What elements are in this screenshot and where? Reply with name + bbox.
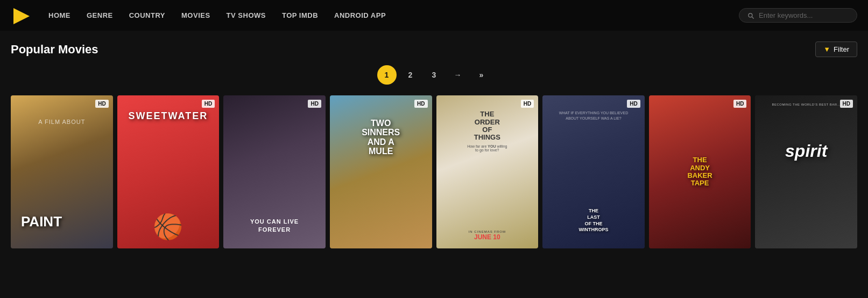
- movie-card-last-of-winthrops[interactable]: THELASTOF THEWINTHROPS WHAT IF EVERYTHIN…: [542, 95, 645, 248]
- navbar: HOME GENRE COUNTRY MOVIES TV SHOWS TOP I…: [0, 0, 868, 31]
- page-button-3[interactable]: 3: [425, 65, 444, 85]
- main-content: Popular Movies ▼ Filter 1 2 3 → » A film…: [0, 31, 868, 254]
- nav-item-tv-shows[interactable]: TV SHOWS: [220, 0, 272, 31]
- movie-card-two-sinners[interactable]: TWOSINNERSAND AMULE HD: [330, 95, 432, 248]
- movie-card-sweetwater[interactable]: SWEETWATER 🏀 HD: [117, 95, 220, 248]
- movie-card-andy-baker-tape[interactable]: THEANDYBAKERTAPE HD: [649, 95, 751, 248]
- page-button-2[interactable]: 2: [401, 65, 420, 85]
- movie-card-spirit[interactable]: BECOMING THE WORLD'S BEST BAR... spirit …: [755, 95, 857, 248]
- search-bar: [739, 8, 857, 23]
- nav-item-top-imdb[interactable]: TOP IMDB: [276, 0, 324, 31]
- search-icon: [747, 12, 754, 19]
- nav-item-home[interactable]: HOME: [42, 0, 77, 31]
- nav-item-country[interactable]: COUNTRY: [123, 0, 172, 31]
- hd-badge: HD: [627, 100, 640, 108]
- hd-badge: HD: [202, 100, 215, 108]
- movie-card-order-of-things[interactable]: THEORDEROFTHINGS How far are YOU willing…: [436, 95, 539, 248]
- page-button-1[interactable]: 1: [377, 65, 397, 85]
- page-button-last[interactable]: »: [472, 65, 491, 85]
- svg-marker-0: [13, 8, 30, 24]
- page-header: Popular Movies ▼ Filter: [11, 41, 857, 57]
- movie-grid: A film about Paint HD SWEETWATER 🏀 HD: [11, 95, 857, 248]
- filter-button[interactable]: ▼ Filter: [815, 41, 857, 57]
- page-button-next[interactable]: →: [448, 65, 468, 85]
- logo[interactable]: [11, 5, 31, 26]
- hd-badge: HD: [308, 100, 321, 108]
- nav-links: HOME GENRE COUNTRY MOVIES TV SHOWS TOP I…: [42, 0, 733, 31]
- movie-card-you-can-live-forever[interactable]: YOU CAN LIVEFOREVER HD: [223, 95, 326, 248]
- movie-card-paint[interactable]: A film about Paint HD: [11, 95, 113, 248]
- hd-badge: HD: [733, 100, 746, 108]
- pagination: 1 2 3 → »: [11, 65, 857, 85]
- filter-icon: ▼: [823, 45, 830, 53]
- hd-badge: HD: [414, 100, 427, 108]
- nav-item-genre[interactable]: GENRE: [80, 0, 119, 31]
- hd-badge: HD: [521, 100, 534, 108]
- filter-label: Filter: [834, 45, 849, 53]
- search-input[interactable]: [759, 11, 849, 19]
- nav-item-movies[interactable]: MOVIES: [175, 0, 217, 31]
- nav-item-android-app[interactable]: ANDROID APP: [328, 0, 392, 31]
- page-title: Popular Movies: [11, 43, 98, 57]
- hd-badge: HD: [95, 100, 108, 108]
- hd-badge: HD: [840, 100, 853, 108]
